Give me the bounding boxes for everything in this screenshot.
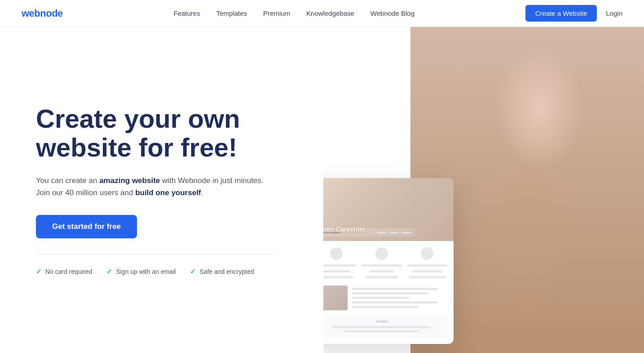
mockup-contact-line-2 [344, 330, 419, 332]
check-icon-1: ✓ [36, 268, 42, 276]
mockup-line-2a [362, 264, 401, 267]
mockup-icon-2 [362, 247, 401, 279]
get-started-button[interactable]: Get started for free [36, 215, 137, 238]
nav-features[interactable]: Features [174, 9, 200, 17]
mockup-icon-3 [407, 247, 447, 279]
mockup-text-line-2 [352, 292, 428, 295]
check-text-2: Sign up with an email [116, 268, 176, 275]
mockup-contact-line-1 [332, 326, 432, 328]
subtext-bold2: build one yourself [135, 188, 201, 197]
mockup-line-1c [323, 276, 353, 278]
mockup-text-line-3 [352, 297, 409, 299]
hero-heading: Create your own website for free! [36, 104, 305, 162]
mockup-icon-circle-2 [375, 247, 388, 260]
check-email: ✓ Sign up with an email [106, 268, 176, 276]
mockup-line-2c [366, 276, 397, 278]
mockup-line-3a [407, 264, 447, 267]
mockup-line-3b [412, 270, 442, 273]
hero-section: Create your own website for free! You ca… [0, 27, 644, 353]
nav-blog[interactable]: Webnode Blog [371, 9, 415, 17]
logo: webnode [22, 8, 63, 19]
mockup-header: Dennis Jungerfur Karen Carpenter [323, 178, 454, 241]
subtext-plain3: . [201, 188, 203, 197]
hero-left: Create your own website for free! You ca… [36, 104, 323, 276]
mockup-line-2b [370, 270, 394, 273]
website-mockup: Dennis Jungerfur Karen Carpenter [323, 178, 454, 344]
nav-right: Create a Website Login [525, 5, 622, 22]
hero-subtext: You can create an amazing website with W… [36, 174, 274, 199]
nav-links: Features Templates Premium Knowledgebase… [174, 9, 415, 18]
mockup-hero-name: Karen Carpenter [323, 226, 366, 233]
subtext-plain1: You can create an [36, 176, 99, 185]
mockup-body: Contact [323, 241, 454, 344]
mockup-line-1b [323, 270, 350, 273]
mockup-icon-circle-1 [330, 247, 343, 260]
mockup-img-row [323, 286, 447, 310]
check-text-3: Safe and encrypted [199, 268, 254, 275]
mockup-icon-circle-3 [421, 247, 433, 260]
nav-premium[interactable]: Premium [263, 9, 290, 17]
subtext-bold1: amazing website [99, 176, 160, 185]
hero-right: Dennis Jungerfur Karen Carpenter [323, 27, 644, 353]
login-button[interactable]: Login [606, 9, 622, 17]
nav-knowledgebase[interactable]: Knowledgebase [306, 9, 354, 17]
mockup-text-line-1 [352, 288, 438, 290]
hero-checks: ✓ No card required ✓ Sign up with an ema… [36, 268, 305, 276]
divider [36, 255, 274, 255]
create-website-button[interactable]: Create a Website [525, 5, 597, 22]
navbar: webnode Features Templates Premium Knowl… [0, 0, 644, 27]
check-icon-2: ✓ [106, 268, 112, 276]
check-text-1: No card required [45, 268, 92, 275]
check-encrypted: ✓ Safe and encrypted [190, 268, 254, 276]
mockup-small-image [323, 286, 348, 310]
nav-templates[interactable]: Templates [216, 9, 247, 17]
mockup-contact-section: Contact [323, 316, 447, 338]
mockup-line-3c [409, 276, 445, 278]
mockup-icons-row [323, 247, 447, 279]
check-no-card: ✓ No card required [36, 268, 92, 276]
mockup-text-line-5 [352, 306, 419, 308]
check-icon-3: ✓ [190, 268, 196, 276]
mockup-contact-title: Contact [323, 319, 444, 323]
mockup-icon-1 [323, 247, 356, 279]
mockup-text-line-4 [352, 301, 438, 304]
mockup-line-1a [323, 264, 356, 267]
mockup-text-lines [352, 286, 447, 310]
